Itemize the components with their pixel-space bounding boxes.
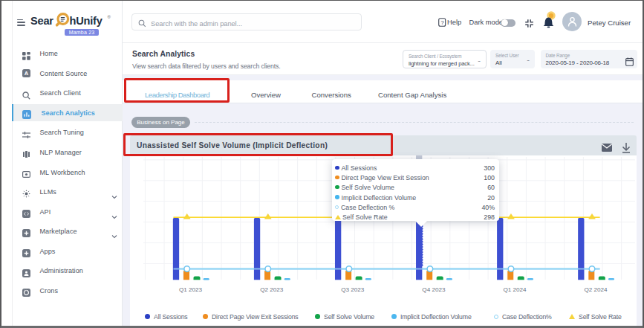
svg-text:Sear: Sear	[30, 15, 53, 27]
svg-text:®: ®	[108, 15, 111, 19]
svg-text:?: ?	[440, 19, 443, 26]
svg-text:hUnify: hUnify	[70, 15, 103, 27]
